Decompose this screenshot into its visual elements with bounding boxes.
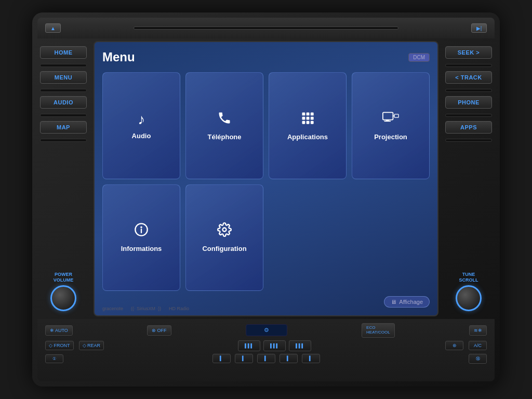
informations-menu-item[interactable]: Informations [102,184,180,291]
dcm-badge: DCM [408,53,430,62]
svg-rect-2 [311,112,314,115]
svg-rect-4 [307,116,310,119]
tune-scroll-knob[interactable] [456,285,482,311]
infotainment-screen: Menu DCM ♪ Audio Téléphone [94,41,438,316]
climate-top-row: ❄ AUTO ⊗ OFF ⚙ ECOHEAT/COOL ≋❄ [45,323,487,338]
screen-header: Menu DCM [102,50,430,64]
phone-icon [217,111,232,129]
preset-1[interactable]: ▌▌▌ [238,340,260,351]
preset-3[interactable]: ▌▌▌ [289,340,311,351]
track-button[interactable]: < TRACK [445,71,492,84]
svg-rect-0 [302,112,305,115]
climate-c2[interactable]: ▍ [235,354,253,363]
climate-c4[interactable]: ▍ [280,354,298,363]
gear-icon [217,222,232,241]
informations-label: Informations [121,245,162,252]
snowflake-icon: ❄ [50,328,54,333]
hd-radio-logo: HD Radio [169,306,189,311]
climate-presets-center: ▍ ▍ ▍ ▍ ▍ [68,354,464,363]
volume-knob[interactable] [50,285,76,311]
play-button[interactable]: ▶| [471,23,487,33]
diamond-rear-button[interactable]: ◇ REAR [79,341,104,350]
climate-preset-row: ① ▍ ▍ ▍ ▍ ▍ ⑭ [45,354,487,364]
defrost-icon: ≋❄ [474,328,482,333]
car-infotainment-unit: ▲ ▶| HOME MENU AUDIO MAP POWERVOLUME Me [32,12,500,387]
menu-button[interactable]: MENU [40,71,87,84]
projection-icon [382,111,399,129]
seat-cool-button[interactable]: ⊛ [445,341,463,350]
music-icon: ♪ [138,111,145,128]
sirius-logo: ((· SiriusXM ·)) [131,306,161,311]
right-controls: SEEK > < TRACK PHONE APPS TUNESCROLL [443,41,495,316]
main-content: HOME MENU AUDIO MAP POWERVOLUME Menu DCM [37,41,495,316]
info-icon [134,222,149,241]
track-slot [445,89,492,92]
display-icon: 🖥 [391,299,396,305]
projection-menu-item[interactable]: Projection [352,72,430,179]
diamond-front-button[interactable]: ◇ FRONT [45,341,74,350]
screen-logos: gracenote ((· SiriusXM ·)) HD Radio [102,306,189,311]
applications-label: Applications [287,133,328,141]
audio-label: Audio [132,132,151,140]
applications-menu-item[interactable]: Applications [269,72,347,179]
configuration-label: Configuration [202,245,246,252]
svg-rect-6 [302,121,305,124]
power-volume-label: POWERVOLUME [54,272,74,283]
gracenote-logo: gracenote [102,306,123,311]
affichage-button[interactable]: 🖥 Affichage [384,296,430,308]
top-bar: ▲ ▶| [37,18,495,38]
map-button[interactable]: MAP [40,121,87,134]
tune-knob-area: TUNESCROLL [445,272,492,311]
eco-button[interactable]: ECOHEAT/COOL [362,323,395,338]
climate-bottom-row: ◇ FRONT ◇ REAR ▌▌▌ ▌▌▌ ▌▌▌ ⊛ A/C [45,340,487,351]
svg-point-17 [223,228,227,232]
svg-rect-3 [302,116,305,119]
audio-button-slot [40,114,87,117]
svg-rect-10 [394,114,398,117]
map-button-slot [40,139,87,142]
grid-icon [300,111,315,129]
menu-button-slot [40,89,87,92]
climate-temp-display: ⚙ [246,324,287,336]
apps-button[interactable]: APPS [445,121,492,134]
left-controls: HOME MENU AUDIO MAP POWERVOLUME [37,41,89,316]
phone-slot [445,114,492,117]
cd-slot [134,26,398,30]
off-button[interactable]: ⊗ OFF [147,325,171,336]
climate-c3[interactable]: ▍ [257,354,275,363]
off-icon: ⊗ [152,328,156,333]
climate-p1[interactable]: ① [45,354,63,363]
svg-rect-9 [383,112,393,119]
telephone-menu-item[interactable]: Téléphone [185,72,263,179]
auto-button[interactable]: ❄ AUTO [45,325,73,336]
climate-p2[interactable]: ⑭ [469,354,487,364]
seek-button[interactable]: SEEK > [445,46,492,59]
menu-grid: ♪ Audio Téléphone [102,72,430,291]
svg-rect-5 [311,116,314,119]
audio-menu-item[interactable]: ♪ Audio [102,72,180,179]
defrost-button[interactable]: ≋❄ [469,325,487,336]
screen-title: Menu [102,50,135,64]
preset-2[interactable]: ▌▌▌ [263,340,286,351]
tune-scroll-label: TUNESCROLL [459,272,478,283]
svg-rect-1 [307,112,310,115]
ac-button[interactable]: A/C [469,341,487,350]
configuration-menu-item[interactable]: Configuration [185,184,263,291]
audio-button[interactable]: AUDIO [40,96,87,109]
projection-label: Projection [374,133,407,141]
phone-button[interactable]: PHONE [445,96,492,109]
svg-rect-8 [311,121,314,124]
volume-knob-area: POWERVOLUME [40,272,87,311]
climate-c1[interactable]: ▍ [212,354,231,363]
telephone-label: Téléphone [207,133,241,141]
eject-button[interactable]: ▲ [45,23,61,33]
fan-icon: ⚙ [264,327,269,333]
climate-controls: ❄ AUTO ⊗ OFF ⚙ ECOHEAT/COOL ≋❄ ◇ FRONT ◇… [37,319,495,381]
seek-slot [445,64,492,67]
home-button[interactable]: HOME [40,46,87,59]
apps-slot [445,139,492,142]
svg-rect-7 [307,121,310,124]
climate-c5[interactable]: ▍ [302,354,320,363]
preset-buttons: ▌▌▌ ▌▌▌ ▌▌▌ [109,340,440,351]
home-button-slot [40,64,87,67]
